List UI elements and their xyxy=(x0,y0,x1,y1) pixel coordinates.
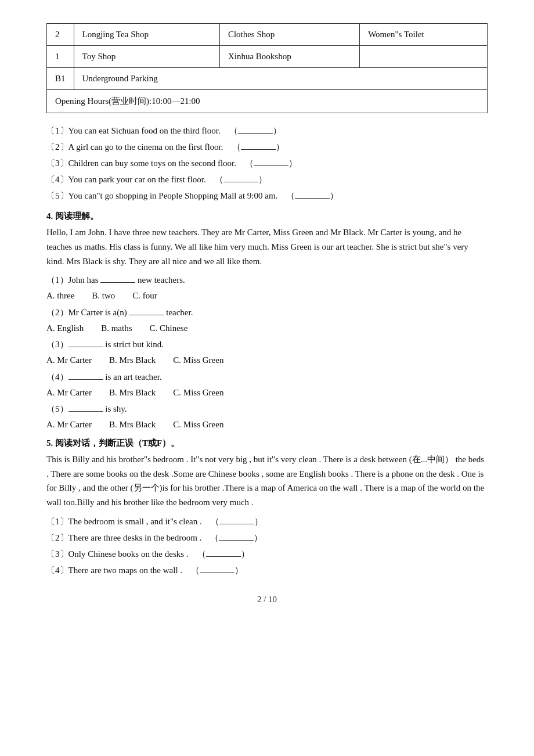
s5-blank-1 xyxy=(219,524,254,524)
mall-q2: 〔2〕A girl can go to the cinema on the fi… xyxy=(46,140,488,154)
floor-table: 2 Longjing Tea Shop Clothes Shop Women"s… xyxy=(46,23,488,113)
section5-header: 5. 阅读对话，判断正误（T或F）。 xyxy=(46,438,488,449)
s4-opt5: A. Mr Carter B. Mrs Black C. Miss Green xyxy=(46,417,488,432)
s4-blank-3 xyxy=(68,347,103,347)
floor1-col2: Xinhua Bookshop xyxy=(219,46,359,68)
s4-q1: （1）John has new teachers. xyxy=(46,273,488,287)
floor2-col1: Longjing Tea Shop xyxy=(74,24,219,46)
s5-q1: 〔1〕The bedroom is small , and it"s clean… xyxy=(46,514,488,528)
opening-hours: Opening Hours(营业时间):10:00—21:00 xyxy=(47,90,488,113)
s4-opt1: A. three B. two C. four xyxy=(46,289,488,303)
s4-blank-5 xyxy=(68,411,103,412)
opening-hours-row: Opening Hours(营业时间):10:00—21:00 xyxy=(47,90,488,113)
mall-q1: 〔1〕You can eat Sichuan food on the third… xyxy=(46,124,488,138)
mall-q5: 〔5〕You can"t go shopping in People Shopp… xyxy=(46,189,488,203)
table-row-floor2: 2 Longjing Tea Shop Clothes Shop Women"s… xyxy=(47,24,488,46)
floor1-col1: Toy Shop xyxy=(74,46,219,68)
answer-blank-5 xyxy=(295,198,330,199)
s4-opt3: A. Mr Carter B. Mrs Black C. Miss Green xyxy=(46,353,488,368)
floor-number-1: 1 xyxy=(47,46,74,68)
table-row-floorb1: B1 Underground Parking xyxy=(47,68,488,90)
s4-blank-1 xyxy=(100,282,135,283)
floor2-col3: Women"s Toilet xyxy=(360,24,488,46)
s4-blank-2 xyxy=(129,315,164,315)
s5-blank-3 xyxy=(206,556,241,557)
s4-q3: （3） is strict but kind. xyxy=(46,337,488,352)
s5-q4: 〔4〕There are two maps on the wall . （） xyxy=(46,563,488,577)
s4-q4: （4） is an art teacher. xyxy=(46,370,488,384)
s4-q5: （5） is shy. xyxy=(46,402,488,416)
s5-q3: 〔3〕Only Chinese books on the desks . （） xyxy=(46,547,488,561)
page-footer: 2 / 10 xyxy=(46,595,488,604)
s5-q2: 〔2〕There are three desks in the bedroom … xyxy=(46,531,488,545)
answer-blank-3 xyxy=(254,165,288,166)
answer-blank-2 xyxy=(241,149,276,150)
section4-questions: （1）John has new teachers. A. three B. tw… xyxy=(46,273,488,432)
s4-q2: （2）Mr Carter is a(n) teacher. xyxy=(46,305,488,320)
s4-opt4: A. Mr Carter B. Mrs Black C. Miss Green xyxy=(46,386,488,400)
floor2-col2: Clothes Shop xyxy=(219,24,359,46)
section5-passage: This is Billy and his brother"s bedroom … xyxy=(46,452,488,510)
mall-q4: 〔4〕You can park your car on the first fl… xyxy=(46,172,488,186)
s5-blank-4 xyxy=(200,573,234,573)
floor1-col3 xyxy=(360,46,488,68)
answer-blank-4 xyxy=(223,182,258,182)
s4-opt2: A. English B. maths C. Chinese xyxy=(46,321,488,336)
floor-number-b1: B1 xyxy=(47,68,74,90)
section4-passage: Hello, I am John. I have three new teach… xyxy=(46,225,488,268)
section4-header: 4. 阅读理解。 xyxy=(46,211,488,222)
table-row-floor1: 1 Toy Shop Xinhua Bookshop xyxy=(47,46,488,68)
mall-q3: 〔3〕Children can buy some toys on the sec… xyxy=(46,156,488,170)
s5-blank-2 xyxy=(219,540,254,541)
floor-number-2: 2 xyxy=(47,24,74,46)
page-content: 2 Longjing Tea Shop Clothes Shop Women"s… xyxy=(46,23,488,604)
s4-blank-4 xyxy=(68,379,103,380)
floor-b1-content: Underground Parking xyxy=(74,68,487,90)
mall-questions-section: 〔1〕You can eat Sichuan food on the third… xyxy=(46,124,488,203)
section5-questions: 〔1〕The bedroom is small , and it"s clean… xyxy=(46,514,488,577)
answer-blank-1 xyxy=(238,133,273,134)
page-number: 2 / 10 xyxy=(257,595,277,604)
